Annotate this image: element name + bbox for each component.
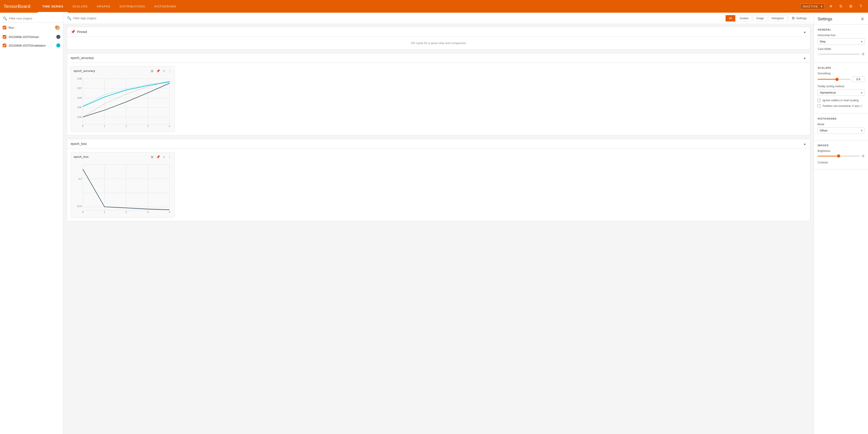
tooltip-sort-label: Tooltip sorting method <box>817 85 864 88</box>
run-checkbox-all[interactable] <box>3 26 6 29</box>
filter-buttons: All Scalars Image Histogram ⚙ Settings <box>725 14 810 22</box>
color-palette-icon[interactable]: 🎨 <box>55 25 60 30</box>
smoothing-label: Smoothing <box>817 72 864 75</box>
svg-text:0.2: 0.2 <box>79 178 82 180</box>
filter-search-icon: 🔍 <box>67 16 71 20</box>
epoch-loss-card: epoch_loss ⊞ 📌 ⤢ ⋮ <box>71 152 175 217</box>
epoch-loss-collapse-icon[interactable]: ▲ <box>803 142 806 146</box>
status-dropdown[interactable]: INACTIVE <box>800 4 825 9</box>
run-checkbox-validation[interactable] <box>3 43 6 47</box>
histogram-mode-select[interactable]: Offset Overlay <box>817 127 864 134</box>
image-expand-icon[interactable]: ⊞ <box>150 69 154 73</box>
smoothing-value-input[interactable]: 0.6 <box>852 76 864 82</box>
brightness-reset-icon[interactable]: ↺ <box>862 154 864 158</box>
partition-help-icon: ⓘ <box>860 105 863 107</box>
chart-section-epoch-accuracy: epoch_accuracy ▲ epoch_accuracy ⊞ 📌 ⤢ ⋮ <box>67 53 810 135</box>
nav-link-distributions[interactable]: DISTRIBUTIONS <box>115 0 150 13</box>
horizontal-axis-select[interactable]: Step Relative Wall <box>817 38 864 45</box>
settings-general-section: GENERAL Horizontal Axis Step Relative Wa… <box>814 25 868 63</box>
epoch-accuracy-chart: 0.98 0.97 0.96 0.95 0.94 0 1 2 3 4 <box>74 74 172 129</box>
fullscreen-icon-2[interactable]: ⤢ <box>162 155 166 159</box>
partition-nonmonotonic-row: Partition non-monotonic X axis ⓘ <box>817 104 864 108</box>
nav-links: TIME SERIES SCALARS GRAPHS DISTRIBUTIONS… <box>38 0 800 13</box>
smoothing-slider[interactable] <box>817 79 850 80</box>
svg-text:0: 0 <box>82 125 84 127</box>
partition-nonmonotonic-checkbox[interactable] <box>817 104 821 107</box>
fullscreen-icon[interactable]: ⤢ <box>162 69 166 73</box>
pin-card-icon-2[interactable]: 📌 <box>155 155 161 159</box>
settings-images-title: IMAGES <box>817 144 864 147</box>
filter-histogram-button[interactable]: Histogram <box>768 15 787 22</box>
ignore-outliers-label: Ignore outliers in chart scaling <box>823 98 859 102</box>
svg-text:0.15: 0.15 <box>77 205 82 208</box>
filter-scalars-button[interactable]: Scalars <box>736 15 752 22</box>
run-checkbox-train[interactable] <box>3 35 6 39</box>
histogram-mode-label: Mode <box>817 123 864 126</box>
epoch-loss-card-actions: ⊞ 📌 ⤢ ⋮ <box>150 155 172 159</box>
card-width-slider[interactable] <box>817 54 860 55</box>
settings-scalars-section: SCALARS Smoothing 0.6 Tooltip sorting me… <box>814 63 868 114</box>
tooltip-sort-select-wrap: Alphabetical Ascending Descending Neares… <box>817 89 864 96</box>
run-row-validation[interactable]: 20220808-203753/validation <box>0 41 63 50</box>
more-options-icon[interactable]: ⋮ <box>167 69 172 73</box>
nav-link-graphs[interactable]: GRAPHS <box>92 0 115 13</box>
settings-panel-header: Settings ✕ <box>814 13 868 25</box>
card-width-reset-icon[interactable]: ↺ <box>862 52 864 56</box>
epoch-loss-header[interactable]: epoch_loss ▲ <box>67 139 810 149</box>
settings-button-label: Settings <box>796 17 807 20</box>
svg-text:2: 2 <box>125 211 127 213</box>
theme-icon[interactable]: ☀ <box>827 3 835 10</box>
svg-text:0: 0 <box>82 211 84 213</box>
pinned-title: Pinned <box>77 30 87 34</box>
settings-icon[interactable]: ⚙ <box>847 3 855 10</box>
run-label-train: 20220808-203753/train <box>8 35 54 39</box>
svg-text:1: 1 <box>104 125 105 127</box>
run-label-validation: 20220808-203753/validation <box>8 44 54 47</box>
tooltip-sort-select[interactable]: Alphabetical Ascending Descending Neares… <box>817 89 864 96</box>
svg-text:0.97: 0.97 <box>77 87 82 90</box>
settings-images-section: IMAGES Brightness ↺ Contrast <box>814 141 868 169</box>
app-body: 🔍 Run 🎨 20220808-203753/train 20220808-2… <box>0 13 868 434</box>
svg-text:0.96: 0.96 <box>77 97 82 99</box>
topnav-right: INACTIVE ☀ ↻ ⚙ ? <box>800 3 864 10</box>
ignore-outliers-checkbox[interactable] <box>817 99 821 102</box>
run-row-train[interactable]: 20220808-203753/train <box>0 33 63 41</box>
brightness-label: Brightness <box>817 149 864 153</box>
nav-link-scalars[interactable]: SCALARS <box>68 0 92 13</box>
settings-open-button[interactable]: ⚙ Settings <box>788 14 810 22</box>
run-color-validation <box>56 43 60 48</box>
pinned-collapse-icon[interactable]: ▲ <box>803 30 806 34</box>
svg-text:3: 3 <box>147 125 149 127</box>
epoch-accuracy-collapse-icon[interactable]: ▲ <box>803 56 806 60</box>
refresh-icon[interactable]: ↻ <box>837 3 844 10</box>
run-label-all: Run <box>8 26 53 29</box>
svg-text:2: 2 <box>125 125 127 127</box>
pin-card-icon[interactable]: 📌 <box>155 69 161 73</box>
nav-link-histograms[interactable]: HISTOGRAMS <box>150 0 181 13</box>
epoch-accuracy-header[interactable]: epoch_accuracy ▲ <box>67 53 810 63</box>
pinned-header[interactable]: 📌 Pinned ▲ <box>67 27 810 37</box>
settings-close-button[interactable]: ✕ <box>861 16 864 22</box>
svg-text:0.95: 0.95 <box>77 106 82 109</box>
filter-tags-input[interactable] <box>73 17 724 20</box>
settings-histograms-section: HISTOGRAMS Mode Offset Overlay <box>814 114 868 141</box>
image-expand-icon-2[interactable]: ⊞ <box>150 155 154 159</box>
card-width-label: Card Width <box>817 48 864 51</box>
more-options-icon-2[interactable]: ⋮ <box>167 155 172 159</box>
epoch-accuracy-body: epoch_accuracy ⊞ 📌 ⤢ ⋮ <box>67 63 810 135</box>
pin-icon: 📌 <box>71 30 75 34</box>
smoothing-slider-row: 0.6 <box>817 76 864 82</box>
scroll-area: 📌 Pinned ▲ Pin cards for a quick view an… <box>63 24 814 434</box>
pinned-section: 📌 Pinned ▲ Pin cards for a quick view an… <box>67 27 810 50</box>
nav-link-time-series[interactable]: TIME SERIES <box>38 0 68 13</box>
filter-runs-input[interactable] <box>9 17 60 20</box>
settings-panel: Settings ✕ GENERAL Horizontal Axis Step … <box>814 13 868 434</box>
run-row-all[interactable]: Run 🎨 <box>0 23 63 33</box>
epoch-accuracy-card: epoch_accuracy ⊞ 📌 ⤢ ⋮ <box>71 66 175 131</box>
brightness-slider[interactable] <box>817 156 860 156</box>
help-icon[interactable]: ? <box>857 3 864 10</box>
gear-icon: ⚙ <box>792 16 795 20</box>
filter-image-button[interactable]: Image <box>753 15 767 22</box>
filter-all-button[interactable]: All <box>725 15 735 22</box>
svg-text:0.98: 0.98 <box>77 78 82 80</box>
